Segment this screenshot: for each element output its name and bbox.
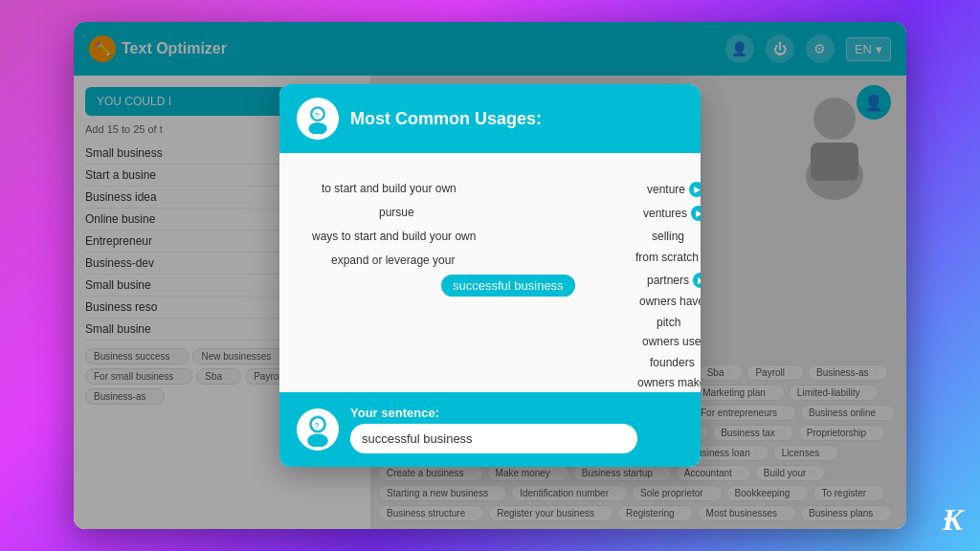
- word-item: to start and build your own: [322, 182, 457, 195]
- modal: ? Most Common Usages: to start and build…: [279, 84, 701, 467]
- center-word[interactable]: successful business: [441, 275, 575, 297]
- word-item: venture▶: [647, 182, 701, 197]
- footer-avatar: ?: [297, 408, 339, 451]
- word-item: founders: [650, 356, 695, 369]
- word-item: ways to start and build your own: [312, 230, 476, 243]
- modal-title: Most Common Usages:: [350, 109, 542, 129]
- svg-point-10: [307, 434, 328, 448]
- modal-avatar: ?: [297, 98, 339, 140]
- word-item: expand or leverage your: [331, 253, 455, 267]
- app-window: ✏️ Text Optimizer 👤 ⏻ ⚙ EN ▾ YOU COULD I…: [74, 22, 906, 529]
- word-item: pursue: [379, 206, 414, 219]
- word-item: owners have: [639, 295, 701, 308]
- sentence-label: Your sentence:: [350, 406, 637, 420]
- k-logo: K: [943, 502, 963, 538]
- svg-point-6: [308, 122, 326, 134]
- svg-text:?: ?: [315, 111, 320, 120]
- word-item: selling: [652, 230, 684, 243]
- word-item: pitch: [657, 316, 680, 329]
- word-item: from scratch: [635, 251, 699, 264]
- modal-footer: ? Your sentence:: [279, 392, 701, 467]
- sentence-area: Your sentence:: [350, 406, 637, 453]
- modal-header: ? Most Common Usages:: [279, 84, 701, 153]
- word-item: partners▶: [647, 273, 701, 288]
- word-item: owners use: [642, 335, 701, 348]
- word-item: ventures▶: [643, 206, 701, 221]
- modal-body: to start and build your ownpursueways to…: [279, 153, 701, 392]
- word-map: to start and build your ownpursueways to…: [302, 172, 678, 373]
- svg-text:?: ?: [314, 421, 319, 430]
- modal-overlay: ? Most Common Usages: to start and build…: [74, 22, 906, 529]
- word-item: owners make: [637, 376, 701, 389]
- sentence-input[interactable]: [350, 424, 637, 453]
